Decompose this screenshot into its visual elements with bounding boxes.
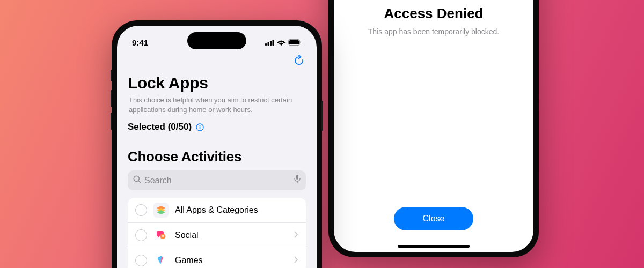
search-input[interactable] xyxy=(144,176,291,185)
list-item-social[interactable]: Social xyxy=(128,223,306,248)
games-icon xyxy=(153,253,169,268)
svg-rect-12 xyxy=(296,175,298,180)
dynamic-island xyxy=(187,32,246,49)
svg-point-8 xyxy=(200,125,201,126)
list-item-label: Social xyxy=(175,230,288,240)
close-button[interactable]: Close xyxy=(394,207,474,230)
lock-apps-screen: Lock Apps This choice is helpful when yo… xyxy=(117,72,317,268)
list-item-games[interactable]: Games xyxy=(128,248,306,268)
wifi-icon xyxy=(277,40,286,46)
svg-rect-5 xyxy=(289,40,299,44)
status-icons xyxy=(265,39,302,46)
svg-rect-6 xyxy=(301,41,302,43)
search-field[interactable] xyxy=(128,170,306,190)
phone-mockup-left: 9:41 Lock Apps This choice is helpful wh… xyxy=(112,20,322,268)
activities-list: All Apps & Categories Social xyxy=(128,198,306,268)
denied-title: Access Denied xyxy=(384,5,484,22)
mic-icon[interactable] xyxy=(294,175,301,186)
cellular-icon xyxy=(265,40,274,46)
svg-rect-1 xyxy=(268,42,269,46)
denied-subtitle: This app has been temporarily blocked. xyxy=(368,27,499,36)
section-title: Choose Activities xyxy=(128,148,306,165)
stack-icon xyxy=(153,203,169,218)
home-indicator[interactable] xyxy=(398,245,470,248)
selected-label: Selected (0/50) xyxy=(128,122,192,132)
list-item-all-apps[interactable]: All Apps & Categories xyxy=(128,198,306,223)
selected-count-row: Selected (0/50) xyxy=(128,122,306,132)
phone-screen: Access Denied This app has been temporar… xyxy=(334,0,533,252)
info-icon[interactable] xyxy=(196,123,204,131)
chevron-right-icon xyxy=(294,230,298,240)
nav-bar xyxy=(117,51,317,72)
list-item-label: All Apps & Categories xyxy=(175,205,298,215)
phone-mockup-right: Access Denied This app has been temporar… xyxy=(328,0,539,257)
social-icon xyxy=(153,228,169,243)
svg-rect-9 xyxy=(200,126,200,129)
page-subtitle: This choice is helpful when you aim to r… xyxy=(128,95,306,114)
page-title: Lock Apps xyxy=(128,74,306,92)
refresh-icon[interactable] xyxy=(294,55,305,69)
battery-icon xyxy=(288,39,302,46)
radio-button[interactable] xyxy=(135,255,147,266)
status-time: 9:41 xyxy=(132,38,148,47)
chevron-right-icon xyxy=(294,256,298,265)
svg-rect-3 xyxy=(273,40,274,46)
svg-rect-0 xyxy=(265,43,267,46)
phone-screen: 9:41 Lock Apps This choice is helpful wh… xyxy=(117,26,317,268)
access-denied-screen: Access Denied This app has been temporar… xyxy=(334,0,533,252)
radio-button[interactable] xyxy=(135,204,147,216)
radio-button[interactable] xyxy=(135,229,147,241)
search-icon xyxy=(133,175,141,185)
svg-line-11 xyxy=(138,181,141,183)
svg-rect-2 xyxy=(270,41,272,46)
list-item-label: Games xyxy=(175,256,288,265)
